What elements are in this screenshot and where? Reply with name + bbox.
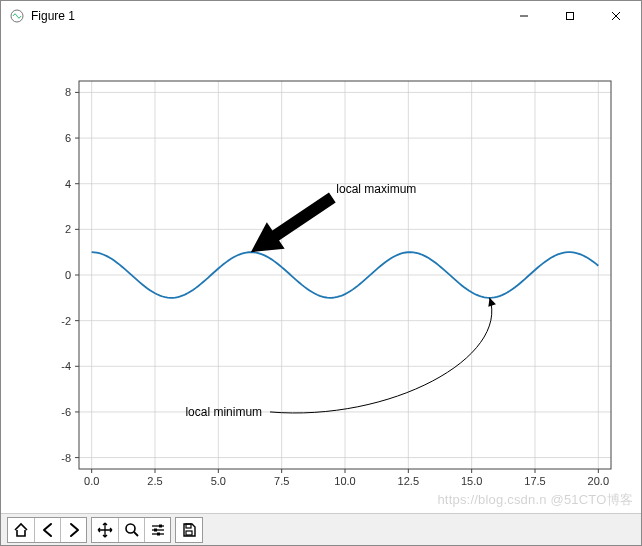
svg-line-64 [134, 532, 138, 536]
figure-canvas[interactable]: 0.02.55.07.510.012.515.017.520.0-8-6-4-2… [1, 31, 641, 513]
svg-text:4: 4 [65, 178, 71, 190]
forward-button[interactable] [60, 518, 86, 542]
arrow-right-icon [66, 522, 82, 538]
maximize-icon [565, 11, 575, 21]
title-bar: Figure 1 [1, 1, 641, 31]
minimize-button[interactable] [501, 1, 547, 31]
back-button[interactable] [34, 518, 60, 542]
svg-text:5.0: 5.0 [211, 475, 226, 487]
zoom-icon [124, 522, 140, 538]
svg-point-63 [126, 524, 135, 533]
svg-text:0.0: 0.0 [84, 475, 99, 487]
save-button[interactable] [176, 518, 202, 542]
home-button[interactable] [8, 518, 34, 542]
nav-toolbar [1, 513, 641, 545]
svg-text:2.5: 2.5 [147, 475, 162, 487]
close-icon [611, 11, 621, 21]
svg-text:local maximum: local maximum [336, 182, 416, 196]
svg-text:20.0: 20.0 [588, 475, 609, 487]
svg-text:6: 6 [65, 132, 71, 144]
minimize-icon [519, 11, 529, 21]
zoom-button[interactable] [118, 518, 144, 542]
svg-rect-2 [567, 13, 574, 20]
svg-text:17.5: 17.5 [524, 475, 545, 487]
arrow-left-icon [40, 522, 56, 538]
svg-rect-5 [1, 31, 641, 513]
plot-svg: 0.02.55.07.510.012.515.017.520.0-8-6-4-2… [1, 31, 641, 513]
save-icon [181, 522, 197, 538]
sliders-icon [150, 522, 166, 538]
window-title: Figure 1 [31, 9, 75, 23]
svg-text:8: 8 [65, 86, 71, 98]
pan-icon [97, 522, 113, 538]
maximize-button[interactable] [547, 1, 593, 31]
svg-rect-71 [186, 524, 191, 528]
svg-text:-2: -2 [61, 315, 71, 327]
close-button[interactable] [593, 1, 639, 31]
svg-text:10.0: 10.0 [334, 475, 355, 487]
svg-text:2: 2 [65, 223, 71, 235]
svg-text:-4: -4 [61, 360, 71, 372]
svg-text:-6: -6 [61, 406, 71, 418]
pan-button[interactable] [92, 518, 118, 542]
svg-rect-70 [157, 532, 160, 535]
svg-rect-72 [186, 531, 192, 535]
svg-text:12.5: 12.5 [398, 475, 419, 487]
svg-text:-8: -8 [61, 452, 71, 464]
svg-text:7.5: 7.5 [274, 475, 289, 487]
home-icon [13, 522, 29, 538]
svg-text:0: 0 [65, 269, 71, 281]
svg-text:15.0: 15.0 [461, 475, 482, 487]
svg-rect-66 [159, 524, 162, 527]
svg-text:local minimum: local minimum [185, 405, 262, 419]
app-icon [9, 8, 25, 24]
subplots-button[interactable] [144, 518, 170, 542]
svg-rect-68 [154, 528, 157, 531]
